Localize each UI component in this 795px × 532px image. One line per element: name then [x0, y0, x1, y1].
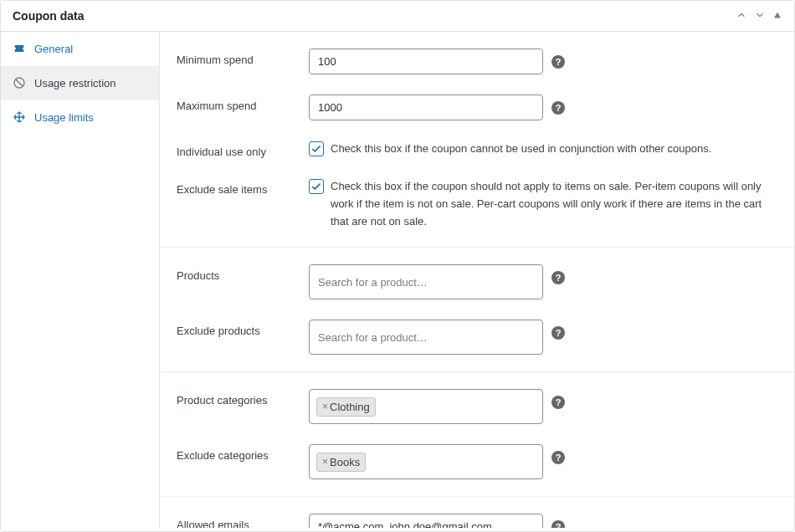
maximum-spend-input[interactable] — [309, 95, 543, 120]
products-select[interactable]: Search for a product… — [309, 264, 543, 299]
help-icon[interactable]: ? — [551, 396, 565, 409]
help-icon[interactable]: ? — [551, 55, 565, 69]
block-icon — [13, 76, 26, 90]
field-control: ? — [309, 514, 777, 528]
exclude-categories-row: Exclude categories × Books ? — [160, 434, 794, 489]
minimum-spend-label: Minimum spend — [177, 49, 309, 66]
allowed-emails-label: Allowed emails — [177, 514, 309, 528]
product-categories-row: Product categories × Clothing ? — [160, 379, 794, 434]
field-control: Check this box if the coupon cannot be u… — [309, 141, 777, 158]
field-control: × Clothing ? — [309, 389, 777, 424]
individual-use-label: Individual use only — [177, 141, 309, 158]
sidebar-item-usage-limits[interactable]: Usage limits — [1, 100, 159, 135]
tag-label: Books — [330, 456, 360, 468]
resize-icon — [13, 110, 26, 124]
emails-group: Allowed emails ? — [160, 497, 794, 528]
field-control: Search for a product… ? — [309, 320, 777, 355]
exclude-categories-select[interactable]: × Books — [309, 444, 543, 479]
tag-label: Clothing — [330, 401, 370, 413]
exclude-products-select[interactable]: Search for a product… — [309, 320, 543, 355]
sidebar: General Usage restriction Usage limits — [1, 32, 160, 528]
help-icon[interactable]: ? — [551, 271, 565, 284]
allowed-emails-row: Allowed emails ? — [160, 504, 794, 528]
remove-tag-icon[interactable]: × — [322, 456, 328, 468]
exclude-sale-row: Exclude sale items Check this box if the… — [160, 168, 794, 240]
exclude-products-label: Exclude products — [177, 320, 309, 337]
checkbox-row: Check this box if the coupon should not … — [309, 178, 777, 230]
svg-marker-0 — [774, 13, 781, 18]
svg-line-2 — [16, 79, 23, 86]
help-icon[interactable]: ? — [551, 451, 565, 464]
content-area: Minimum spend ? Maximum spend ? Individu… — [160, 32, 794, 528]
spend-group: Minimum spend ? Maximum spend ? Individu… — [160, 32, 794, 248]
checkbox-row: Check this box if the coupon cannot be u… — [309, 141, 711, 158]
help-icon[interactable]: ? — [551, 520, 565, 528]
sidebar-item-general[interactable]: General — [1, 32, 159, 66]
ticket-icon — [13, 42, 26, 55]
help-icon[interactable]: ? — [551, 101, 565, 115]
exclude-sale-checkbox[interactable] — [309, 179, 324, 194]
move-up-icon[interactable] — [736, 9, 747, 23]
sidebar-item-label: Usage restriction — [34, 77, 116, 90]
exclude-sale-label: Exclude sale items — [177, 178, 309, 196]
individual-use-row: Individual use only Check this box if th… — [160, 130, 794, 168]
maximum-spend-row: Maximum spend ? — [160, 84, 794, 130]
category-tag: × Clothing — [316, 397, 376, 417]
panel-header: Coupon data — [1, 1, 794, 32]
allowed-emails-input[interactable] — [309, 514, 543, 528]
sidebar-item-label: General — [34, 43, 73, 55]
exclude-sale-description: Check this box if the coupon should not … — [331, 178, 777, 230]
exclude-products-row: Exclude products Search for a product… ? — [160, 309, 794, 365]
remove-tag-icon[interactable]: × — [322, 401, 328, 412]
maximum-spend-label: Maximum spend — [177, 95, 309, 112]
products-label: Products — [177, 264, 309, 282]
product-categories-label: Product categories — [177, 389, 309, 407]
panel-body: General Usage restriction Usage limits M… — [1, 32, 794, 528]
move-down-icon[interactable] — [754, 9, 766, 23]
products-row: Products Search for a product… ? — [160, 254, 794, 309]
categories-group: Product categories × Clothing ? Exclude … — [160, 372, 794, 497]
field-control: Search for a product… ? — [309, 264, 777, 299]
field-control: × Books ? — [309, 444, 777, 479]
sidebar-item-label: Usage limits — [34, 111, 94, 124]
panel-title: Coupon data — [13, 9, 85, 23]
help-icon[interactable]: ? — [551, 326, 565, 340]
panel-actions — [736, 9, 782, 23]
products-group: Products Search for a product… ? Exclude… — [160, 248, 794, 372]
minimum-spend-row: Minimum spend ? — [160, 38, 794, 84]
sidebar-item-usage-restriction[interactable]: Usage restriction — [1, 66, 159, 100]
field-control: ? — [309, 95, 777, 120]
individual-use-description: Check this box if the coupon cannot be u… — [331, 141, 711, 158]
category-tag: × Books — [316, 453, 366, 472]
collapse-toggle-icon[interactable] — [772, 10, 782, 22]
individual-use-checkbox[interactable] — [309, 141, 324, 156]
field-control: Check this box if the coupon should not … — [309, 178, 777, 230]
field-control: ? — [309, 49, 777, 74]
exclude-categories-label: Exclude categories — [177, 444, 309, 462]
minimum-spend-input[interactable] — [309, 49, 543, 74]
product-categories-select[interactable]: × Clothing — [309, 389, 543, 424]
coupon-data-panel: Coupon data General — [0, 0, 795, 532]
